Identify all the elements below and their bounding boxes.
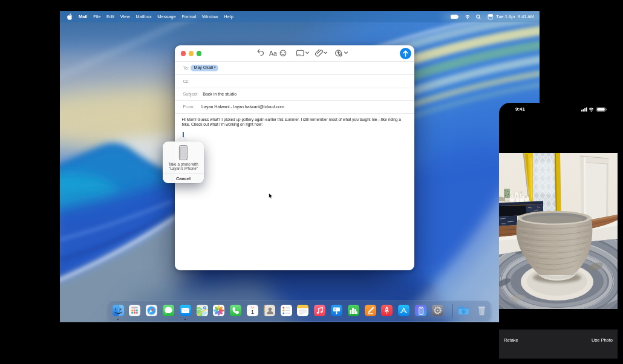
svg-text:Cancel: Cancel bbox=[176, 176, 191, 181]
svg-text:“Layan’s iPhone”: “Layan’s iPhone” bbox=[169, 166, 198, 171]
svg-text:1: 1 bbox=[251, 309, 254, 315]
svg-text:Aa: Aa bbox=[269, 50, 277, 57]
